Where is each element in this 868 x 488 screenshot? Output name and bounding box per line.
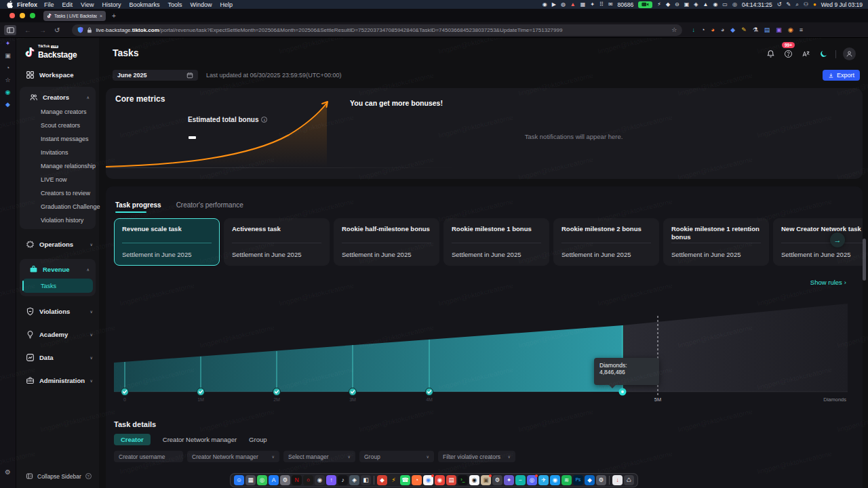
sidebar-item-workspace[interactable]: Workspace xyxy=(16,66,99,83)
ext-2-icon[interactable]: ◕ xyxy=(721,27,724,33)
search-icon[interactable]: ⌕ xyxy=(795,2,798,7)
lock-icon[interactable] xyxy=(87,27,92,33)
status-text[interactable]: Wed 9 Jul 03:19 xyxy=(821,1,863,8)
menubar-menu-view[interactable]: View xyxy=(77,1,98,8)
export-button[interactable]: Export xyxy=(823,70,860,81)
task-card-rookie-milestone-1-retention-bonus[interactable]: Rookie milestone 1 retention bonusSettle… xyxy=(663,218,769,266)
strip-teal-ext-icon[interactable]: ◉ xyxy=(5,89,11,96)
dock-finder-icon[interactable]: ☺ xyxy=(234,475,244,485)
dock-spotify-icon[interactable]: ≋ xyxy=(561,475,572,485)
grid-icon[interactable]: ▦ xyxy=(580,2,586,7)
menubar-menu-help[interactable]: Help xyxy=(216,1,237,8)
warning-icon[interactable]: ▲ xyxy=(570,2,576,7)
sparkle-icon[interactable]: ✦ xyxy=(590,2,595,7)
back-button[interactable]: ← xyxy=(24,26,31,34)
dock-github-icon[interactable]: ◉ xyxy=(469,475,479,485)
close-window-button[interactable] xyxy=(9,13,15,18)
dock-netflix-icon[interactable]: N xyxy=(292,475,302,485)
cards-scroll-right-button[interactable]: → xyxy=(830,232,845,247)
milestone-marker-2M[interactable] xyxy=(273,388,281,396)
dock-clipboard-icon[interactable]: ▤ xyxy=(446,475,456,485)
dock-discord-icon[interactable]: ◎ xyxy=(527,475,537,485)
dock-settings-icon[interactable]: ⚙ xyxy=(280,475,290,485)
task-card-rookie-milestone-1-bonus[interactable]: Rookie milestone 1 bonusSettlement in Ju… xyxy=(443,218,549,266)
sidebar-item-live-now[interactable]: LIVE now xyxy=(20,173,96,186)
menubar-menu-tools[interactable]: Tools xyxy=(163,1,186,8)
forward-button[interactable]: → xyxy=(39,26,46,34)
tracking-shield-icon[interactable] xyxy=(77,26,83,33)
dock-chrome-icon[interactable]: ◉ xyxy=(435,475,445,485)
filter-select-creator-network-manager[interactable]: Creator Network manager∨ xyxy=(187,451,279,462)
sidebar-item-tasks[interactable]: Tasks xyxy=(22,279,93,293)
ext-blue-icon[interactable]: ▤ xyxy=(764,27,770,33)
shield-icon[interactable]: ◆ xyxy=(666,2,670,7)
ext-flask-icon[interactable]: ⚗ xyxy=(753,27,758,33)
sidebar-item-graduation-challenge[interactable]: Graduation Challenge xyxy=(20,200,96,214)
page-scrollbar[interactable] xyxy=(863,239,866,281)
dock-purple-circle-icon[interactable]: ✦ xyxy=(504,475,514,485)
task-card-new-creator-network-task[interactable]: New Creator Network taskSettlement in Ju… xyxy=(773,218,863,266)
dock-blue-app-icon[interactable]: ◧ xyxy=(361,475,371,485)
sidebar-item-invitations[interactable]: Invitations xyxy=(20,146,96,159)
sidebar-item-violations[interactable]: Violations∨ xyxy=(16,303,99,319)
tab-creators-performance[interactable]: Creator's performance xyxy=(176,201,243,213)
tab-close-icon[interactable]: × xyxy=(100,14,102,18)
milestone-marker-4M[interactable] xyxy=(426,388,433,396)
dock-trash-icon[interactable]: ♺ xyxy=(624,475,634,485)
filter-select-select-manager[interactable]: Select manager∨ xyxy=(283,451,355,462)
task-card-rookie-half-milestone-bonus[interactable]: Rookie half-milestone bonusSettlement in… xyxy=(334,218,439,266)
dock-dnd-icon[interactable]: − xyxy=(515,475,526,485)
current-progress-point[interactable] xyxy=(619,388,627,396)
reload-button[interactable]: ↺ xyxy=(54,26,60,34)
status-dot-icon[interactable]: ◉ xyxy=(542,2,547,7)
cursor-icon[interactable]: ▶ xyxy=(552,2,556,7)
dock-opera-icon[interactable]: ○ xyxy=(303,475,313,485)
notifications-bell-icon[interactable] xyxy=(765,49,776,60)
menubar-menu-file[interactable]: File xyxy=(40,1,58,8)
target-icon[interactable]: ◎ xyxy=(732,2,737,7)
sidebar-item-operations[interactable]: Operations∨ xyxy=(16,236,99,252)
dock-camera-app-icon[interactable]: ▣ xyxy=(481,475,491,485)
month-picker[interactable]: June 2025 xyxy=(113,70,198,81)
dark-mode-moon-icon[interactable] xyxy=(818,49,829,60)
zoom-window-button[interactable] xyxy=(30,13,35,18)
strip-history-icon[interactable]: ◔ xyxy=(6,65,9,71)
diamond-icon[interactable]: ◈ xyxy=(694,2,698,7)
dnd-icon[interactable]: ⊖ xyxy=(675,2,679,7)
dock-green-app-icon[interactable]: ◎ xyxy=(257,475,267,485)
minimize-window-button[interactable] xyxy=(20,13,25,18)
sidebar-item-creators[interactable]: Creators∧ xyxy=(20,89,96,105)
task-card-activeness-task[interactable]: Activeness taskSettlement in June 2025 xyxy=(224,218,330,266)
menubar-menu-window[interactable]: Window xyxy=(186,1,216,8)
apple-logo-icon[interactable] xyxy=(7,1,13,8)
sidebar-item-academy[interactable]: Academy∨ xyxy=(16,326,99,342)
status-text[interactable]: 04:14:31:25 xyxy=(742,1,772,8)
filter-select-group[interactable]: Group∨ xyxy=(359,451,434,462)
dock-vscode-icon[interactable]: ◆ xyxy=(585,475,595,485)
dock-whatsapp-icon[interactable]: ☎ xyxy=(400,475,410,485)
up-icon[interactable]: ▲ xyxy=(703,2,708,7)
sidebar-toggle-button[interactable] xyxy=(4,25,16,35)
pill-creator[interactable]: Creator xyxy=(114,434,151,445)
screen-recording-indicator[interactable] xyxy=(638,1,652,8)
ext-1-icon[interactable]: ◔ xyxy=(701,27,705,33)
menubar-menu-edit[interactable]: Edit xyxy=(58,1,77,8)
dock-lightning-icon[interactable]: ⚡ xyxy=(389,475,399,485)
dock-firefox-icon[interactable]: ◔ xyxy=(412,475,422,485)
milestone-marker-3M[interactable] xyxy=(349,388,357,396)
user-avatar[interactable] xyxy=(843,47,856,60)
amber-dot-icon[interactable]: ● xyxy=(813,2,816,7)
sidebar-item-instant-messages[interactable]: Instant messages xyxy=(20,132,96,146)
menubar-menu-history[interactable]: History xyxy=(98,1,125,8)
strip-ai-sparkle-icon[interactable]: ✦ xyxy=(5,41,11,47)
bookmark-star-icon[interactable]: ☆ xyxy=(671,26,677,33)
menubar-app-name[interactable]: Firefox xyxy=(17,1,37,8)
strip-shield-ext-icon[interactable]: ◆ xyxy=(5,102,10,108)
user-icon[interactable]: ⚇ xyxy=(804,2,808,7)
new-tab-button[interactable]: + xyxy=(112,12,116,20)
dock-gear-dark-icon[interactable]: ⚙ xyxy=(492,475,502,485)
task-card-rookie-milestone-2-bonus[interactable]: Rookie milestone 2 bonusSettlement in Ju… xyxy=(553,218,659,266)
braille-icon[interactable]: ⠿ xyxy=(599,2,604,7)
reload-icon[interactable]: ↺ xyxy=(777,2,782,7)
pill-group[interactable]: Group xyxy=(249,436,267,443)
